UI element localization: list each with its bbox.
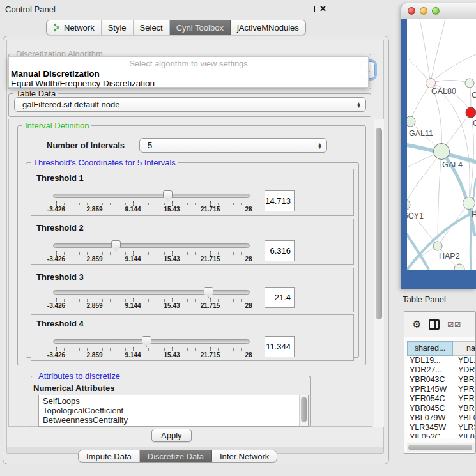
table-horizontal-scrollbar[interactable] <box>407 443 475 452</box>
gear-icon[interactable]: ⚙ <box>412 319 421 330</box>
table-panel-title: Table Panel <box>403 295 446 304</box>
threshold-4-panel: Threshold 4 -3.426 2.859 9.144 15.43 21.… <box>31 314 354 361</box>
cell-shared-name: YBL079W <box>407 413 456 423</box>
tick-label: 21.715 <box>201 351 220 358</box>
tab-cyni-toolbox-label: Cyni Toolbox <box>176 23 224 33</box>
apply-bar <box>7 427 383 447</box>
cell-name: YPR1 <box>456 385 476 394</box>
tick-label: -3.426 <box>47 351 65 358</box>
minimize-traffic-light-icon[interactable] <box>420 7 427 15</box>
tick-label: 15.43 <box>164 256 180 263</box>
node-label: H <box>472 210 476 219</box>
tab-network[interactable]: Network <box>47 20 102 35</box>
table-row[interactable]: YPR145WYPR1 <box>407 385 476 394</box>
tick-label: 2.859 <box>86 206 102 213</box>
node-gal11[interactable] <box>407 116 415 127</box>
tab-style-label: Style <box>108 23 127 33</box>
tab-jactivemnodules[interactable]: jActiveMNodules <box>231 20 305 35</box>
algorithm-option-equal-width[interactable]: Equal Width/Frequency Discretization <box>11 79 155 88</box>
node-right-mid[interactable] <box>463 197 475 210</box>
tab-style[interactable]: Style <box>102 20 134 35</box>
node-red-selected[interactable] <box>466 107 476 118</box>
column-header-shared-name[interactable]: shared... <box>407 341 453 356</box>
threshold-1-label: Threshold 1 <box>36 173 84 183</box>
threshold-3-value-field[interactable]: 21.4 <box>265 287 295 308</box>
threshold-1-value-field[interactable]: 14.713 <box>265 190 295 211</box>
attribute-item[interactable]: BetweennessCentrality <box>39 415 308 424</box>
network-canvas[interactable]: GAL80 G GAL11 C GAL4 GCY1 H HAP2 <box>407 19 476 270</box>
column-header-name[interactable]: na <box>453 341 476 356</box>
scrollbar-thumb[interactable] <box>301 397 307 422</box>
cell-shared-name: YIL052C <box>407 433 456 438</box>
tick-label: 2.859 <box>86 256 102 263</box>
tick-label: 28 <box>245 302 252 309</box>
close-panel-icon[interactable]: ✕ <box>319 6 326 12</box>
threshold-3-slider-track[interactable] <box>53 290 250 295</box>
node-hap2[interactable] <box>433 242 442 250</box>
tick-label: 21.715 <box>201 302 220 309</box>
settings-vertical-scrollbar[interactable] <box>374 119 384 427</box>
threshold-2-value-field[interactable]: 6.316 <box>265 240 295 261</box>
attribute-item[interactable]: TopologicalCoefficient <box>39 405 308 415</box>
close-traffic-light-icon[interactable] <box>408 7 415 15</box>
threshold-4-label: Threshold 4 <box>36 319 84 328</box>
network-window-titlebar[interactable] <box>401 3 476 19</box>
table-row[interactable]: YER054CYER0 <box>407 394 476 404</box>
panel-window-controls: ✕ <box>309 6 326 12</box>
network-view-window[interactable]: GAL80 G GAL11 C GAL4 GCY1 H HAP2 <box>401 3 476 289</box>
zoom-traffic-light-icon[interactable] <box>432 7 440 15</box>
numerical-attributes-list[interactable]: SelfLoops TopologicalCoefficient Between… <box>38 395 309 427</box>
threshold-1-slider-track[interactable] <box>53 194 250 198</box>
threshold-2-slider-thumb[interactable] <box>111 240 121 251</box>
node-label: GCY1 <box>407 211 424 220</box>
node-top-right[interactable] <box>465 79 474 88</box>
number-of-intervals-combobox[interactable]: 5 ▲▼ <box>139 138 327 153</box>
table-row[interactable]: YBR045CYBR0 <box>407 404 476 413</box>
table-row[interactable]: YBL079WYBL0 <box>407 413 476 423</box>
table-row[interactable]: YDL19...YDL1 <box>407 356 476 365</box>
select-columns-icon[interactable]: ☑☑ <box>447 321 461 329</box>
threshold-4-slider-track[interactable] <box>53 339 250 344</box>
threshold-3-label: Threshold 3 <box>36 272 84 282</box>
cell-name: YBR0 <box>456 404 476 413</box>
tick-label: -3.426 <box>47 302 65 309</box>
table-row[interactable]: YIL052CYIL0 <box>407 433 476 438</box>
threshold-4-value-field[interactable]: 11.344 <box>265 336 295 357</box>
cell-shared-name: YDL19... <box>407 356 456 365</box>
attribute-item[interactable]: SelfLoops <box>39 395 308 405</box>
columns-icon[interactable] <box>429 319 440 330</box>
threshold-3-slider-thumb[interactable] <box>204 287 213 298</box>
scrollbar-thumb[interactable] <box>376 128 382 319</box>
table-row[interactable]: YLR345WYLR3 <box>407 423 476 433</box>
node-bottom-partial[interactable] <box>454 264 464 270</box>
cell-name: YDL1 <box>456 356 476 365</box>
scrollbar-thumb[interactable] <box>408 445 472 450</box>
algorithm-option-manual[interactable]: Manual Discretization <box>11 69 100 79</box>
network-graph: GAL80 G GAL11 C GAL4 GCY1 H HAP2 <box>407 19 476 270</box>
table-data-combobox[interactable]: galFiltered.sif default node ▲▼ <box>14 97 366 112</box>
cell-shared-name: YLR345W <box>407 423 456 433</box>
attributes-list-scrollbar[interactable] <box>299 395 308 426</box>
tab-discretize-data[interactable]: Discretize Data <box>140 450 212 462</box>
apply-button[interactable]: Apply <box>151 429 192 442</box>
algorithm-placeholder-option[interactable]: Select algorithm to view settings <box>9 59 368 68</box>
bottom-tabs: Impute Data Discretize Data Infer Networ… <box>78 450 277 463</box>
tab-infer-network[interactable]: Infer Network <box>212 450 277 462</box>
threshold-coordinates-title: Threshold's Coordinates for 5 Intervals <box>31 158 178 167</box>
table-row[interactable]: YDR27...YDR2 <box>407 365 476 375</box>
node-gcy1[interactable] <box>407 199 410 210</box>
tab-cyni-toolbox[interactable]: Cyni Toolbox <box>170 20 231 35</box>
tab-impute-data[interactable]: Impute Data <box>79 450 140 462</box>
cell-name: YBR0 <box>456 375 476 385</box>
table-row[interactable]: YBR043CYBR0 <box>407 375 476 385</box>
threshold-2-panel: Threshold 2 -3.426 2.859 9.144 15.43 21.… <box>31 219 354 265</box>
cell-shared-name: YDR27... <box>407 365 456 375</box>
threshold-2-slider-track[interactable] <box>53 243 250 248</box>
tab-select[interactable]: Select <box>134 20 170 35</box>
threshold-1-slider-thumb[interactable] <box>163 190 173 201</box>
tick-label: 15.43 <box>164 302 180 309</box>
float-panel-icon[interactable] <box>309 6 315 12</box>
threshold-4-slider-thumb[interactable] <box>142 336 151 347</box>
tab-select-label: Select <box>140 23 163 33</box>
node-gal4[interactable] <box>434 144 450 160</box>
